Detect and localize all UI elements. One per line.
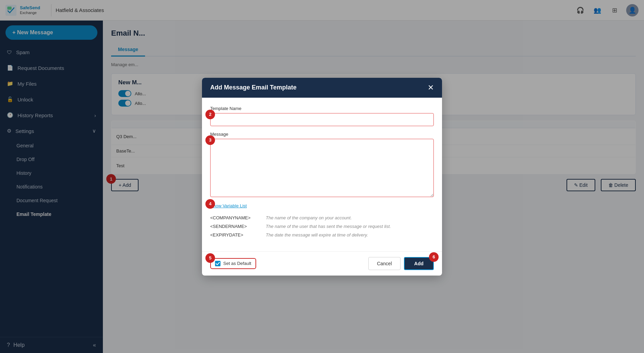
modal-body: Template Name 2 Message 3 4 Show Variabl… [202,98,442,251]
variable-row-sender: <SENDERNAME> The name of the user that h… [210,224,434,229]
template-name-label: Template Name [210,106,434,111]
modal-footer: 5 Set as Default Cancel 6 Add [202,251,442,276]
set-default-row: 5 Set as Default [210,258,256,269]
set-default-checkbox[interactable] [215,261,220,266]
modal-actions: Cancel 6 Add [368,257,434,270]
cancel-button[interactable]: Cancel [368,257,401,270]
message-label: Message [210,132,434,137]
variable-row-expiry: <EXPIRYDATE> The date the message will e… [210,232,434,238]
show-variable-list-link[interactable]: Show Variable List [210,203,247,208]
variable-desc-sender: The name of the user that has sent the m… [266,224,391,229]
message-textarea[interactable] [210,139,434,197]
variable-row-company: <COMPANYNAME> The name of the company on… [210,215,434,220]
step-badge-6: 6 [429,252,439,262]
variable-name-company: <COMPANYNAME> [210,215,262,220]
modal-close-button[interactable]: ✕ [428,84,434,92]
step-badge-4: 4 [205,199,215,209]
variable-desc-expiry: The date the message will expire at time… [266,232,368,238]
variable-desc-company: The name of the company on your account. [266,215,352,220]
template-name-input[interactable] [210,113,434,126]
variable-list: <COMPANYNAME> The name of the company on… [210,215,434,238]
step-badge-5: 5 [205,253,215,263]
modal-header: Add Message Email Template ✕ [202,78,442,98]
variable-name-expiry: <EXPIRYDATE> [210,232,262,238]
modal-overlay[interactable]: Add Message Email Template ✕ Template Na… [0,0,644,353]
add-template-modal: Add Message Email Template ✕ Template Na… [202,78,442,276]
step-badge-2: 2 [205,110,215,119]
modal-title: Add Message Email Template [210,84,297,91]
variable-name-sender: <SENDERNAME> [210,224,262,229]
step-badge-3: 3 [205,135,215,145]
set-default-label: Set as Default [223,261,251,266]
